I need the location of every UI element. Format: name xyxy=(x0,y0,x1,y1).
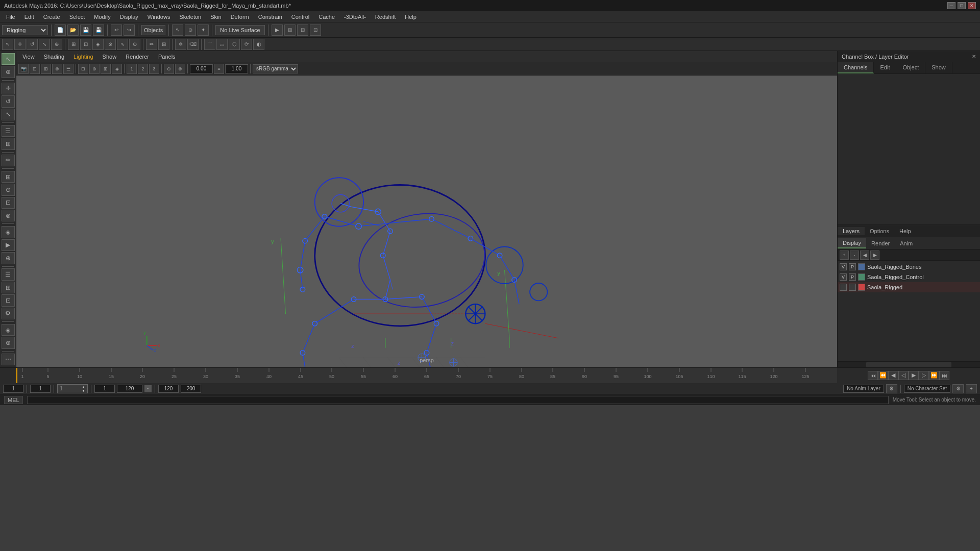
layer-p-bones[interactable]: P xyxy=(849,263,856,270)
vt-hud-btn[interactable]: ☰ xyxy=(63,64,74,74)
next-frame-btn[interactable]: ▷ xyxy=(919,371,929,380)
sculpt-button[interactable]: ✏ xyxy=(2,155,15,166)
far-clip-input[interactable] xyxy=(225,64,248,73)
vt-light-btn[interactable]: ◈ xyxy=(112,64,122,74)
channel-box-close-btn[interactable]: ✕ xyxy=(972,54,976,59)
render-btn2[interactable]: ⊞ xyxy=(284,24,296,36)
menu-select[interactable]: Select xyxy=(65,13,89,21)
vt-reso-low-btn[interactable]: 1 xyxy=(127,64,137,74)
move-tool-button[interactable]: ✛ xyxy=(14,39,26,50)
frame-stepper[interactable]: ▲ ▼ xyxy=(82,385,85,392)
layer-name-rigged[interactable]: Saola_Rigged xyxy=(867,284,978,290)
live-surface-button[interactable]: No Live Surface xyxy=(215,25,264,35)
ld-tab-anim[interactable]: Anim xyxy=(895,239,918,248)
timeline-ruler[interactable] xyxy=(16,368,837,383)
show-manipulator-button[interactable]: ☰ xyxy=(2,125,15,137)
snap-point-button[interactable]: ⊡ xyxy=(2,197,15,209)
render-btn1[interactable]: ▶ xyxy=(272,24,283,36)
play-back-btn[interactable]: ◁ xyxy=(898,371,909,380)
range-start-input[interactable] xyxy=(94,385,115,393)
layer-scrollbar[interactable] xyxy=(838,361,980,367)
timeline-playhead[interactable] xyxy=(16,368,17,383)
tab-edit[interactable]: Edit xyxy=(874,62,896,73)
paint-select-button[interactable]: ⊕ xyxy=(2,66,15,78)
mel-input[interactable] xyxy=(27,396,889,404)
vt-reso-high-btn[interactable]: 3 xyxy=(149,64,159,74)
vt-reso-med-btn[interactable]: 2 xyxy=(138,64,148,74)
menu-file[interactable]: File xyxy=(2,13,19,21)
vp-menu-lighting[interactable]: Lighting xyxy=(69,53,97,61)
frame-current-input[interactable] xyxy=(30,385,51,393)
end-frame-input[interactable] xyxy=(181,385,201,393)
vt-grid-btn[interactable]: ⊗ xyxy=(52,64,62,74)
le-prev-btn[interactable]: ◀ xyxy=(860,251,869,260)
layer-row-bones[interactable]: V P Saola_Rigged_Bones xyxy=(838,262,980,272)
menu-skeleton[interactable]: Skeleton xyxy=(175,13,205,21)
vt-camera-btn[interactable]: 📷 xyxy=(18,64,29,74)
le-delete-btn[interactable]: - xyxy=(850,251,859,260)
vp-menu-panels[interactable]: Panels xyxy=(154,53,180,61)
vt-persp-btn[interactable]: ⊡ xyxy=(30,64,40,74)
save-button[interactable]: 💾 xyxy=(80,24,91,36)
le-new-btn[interactable]: + xyxy=(840,251,849,260)
color-mode-dropdown[interactable]: sRGB gamma Linear xyxy=(253,64,298,73)
le-tab-options[interactable]: Options xyxy=(865,227,894,235)
rotate-mode-button[interactable]: ↺ xyxy=(2,95,15,107)
layer-p-rigged[interactable] xyxy=(849,284,856,291)
layer-v-bones[interactable]: V xyxy=(840,263,847,270)
menu-create[interactable]: Create xyxy=(39,13,64,21)
menu-display[interactable]: Display xyxy=(116,13,142,21)
attr-editor-button[interactable]: ⊞ xyxy=(2,282,15,293)
ld-tab-render[interactable]: Render xyxy=(866,239,895,248)
range-end-input[interactable] xyxy=(117,385,142,393)
channel-box-button[interactable]: ⊡ xyxy=(2,294,15,306)
layer-v-rigged[interactable] xyxy=(840,284,847,291)
curve-tool-button[interactable]: ⌒ xyxy=(204,39,215,50)
lasso-tool-button[interactable]: ⊙ xyxy=(185,24,196,36)
channel-box-tabs[interactable]: Channels Edit Object Show xyxy=(838,62,980,74)
move-mode-button[interactable]: ✛ xyxy=(2,83,15,94)
outliner-button[interactable]: ☰ xyxy=(2,268,15,280)
layer-name-control[interactable]: Saola_Rigged_Control xyxy=(867,274,978,280)
paint-tool-button[interactable]: ✦ xyxy=(198,24,209,36)
ik-handle-button[interactable]: ∿ xyxy=(117,39,128,50)
soft-mod-button[interactable]: ⊞ xyxy=(68,39,79,50)
menu-cache[interactable]: Cache xyxy=(314,13,339,21)
cluster-button[interactable]: ◈ xyxy=(92,39,104,50)
character-set-settings-btn[interactable]: ⚙ xyxy=(952,384,964,393)
vp-menu-shading[interactable]: Shading xyxy=(40,53,68,61)
vp-menu-renderer[interactable]: Renderer xyxy=(121,53,153,61)
menu-skin[interactable]: Skin xyxy=(206,13,225,21)
menu-help[interactable]: Help xyxy=(401,13,421,21)
mirror-skin-button[interactable]: ⊞ xyxy=(158,39,169,50)
joint-tool-button[interactable]: ⊗ xyxy=(105,39,116,50)
tool-settings-button[interactable]: ⚙ xyxy=(2,308,15,319)
menu-3dtoall[interactable]: -3DtoAll- xyxy=(340,13,370,21)
redo-button[interactable]: ↪ xyxy=(124,24,135,36)
frame-start-input[interactable] xyxy=(3,385,23,393)
mode-dropdown[interactable]: Rigging Animation Modeling xyxy=(2,25,48,35)
skip-to-end-btn[interactable]: ⏭ xyxy=(939,371,949,380)
tab-channels[interactable]: Channels xyxy=(838,62,874,73)
delete-history-button[interactable]: ⌫ xyxy=(187,39,199,50)
render-icon-button[interactable]: ◐ xyxy=(253,39,264,50)
layer-editor-tabs[interactable]: Layers Options Help xyxy=(838,225,980,237)
le-next-btn[interactable]: ▶ xyxy=(870,251,879,260)
vt-bookmark-btn[interactable]: ⊗ xyxy=(175,64,185,74)
next-key-btn[interactable]: ⏩ xyxy=(929,371,939,380)
menu-constrain[interactable]: Constrain xyxy=(254,13,286,21)
paint-skin-button[interactable]: ✏ xyxy=(146,39,157,50)
render-view-button[interactable]: ▶ xyxy=(2,239,15,251)
layer-display-tabs[interactable]: Display Render Anim xyxy=(838,237,980,249)
tab-show[interactable]: Show xyxy=(925,62,952,73)
snap-curve-button[interactable]: ⊙ xyxy=(2,184,15,195)
render-btn4[interactable]: ⊡ xyxy=(310,24,321,36)
maximize-button[interactable]: □ xyxy=(958,2,966,9)
vp-menu-view[interactable]: View xyxy=(18,53,39,61)
vt-wire-btn[interactable]: ⊡ xyxy=(78,64,88,74)
skip-to-start-btn[interactable]: ⏮ xyxy=(868,371,878,380)
tab-object[interactable]: Object xyxy=(896,62,925,73)
universal-manip-button[interactable]: ⊕ xyxy=(51,39,62,50)
le-tab-help[interactable]: Help xyxy=(894,227,916,235)
viewport-canvas[interactable]: y y z z z z xyxy=(16,76,837,367)
